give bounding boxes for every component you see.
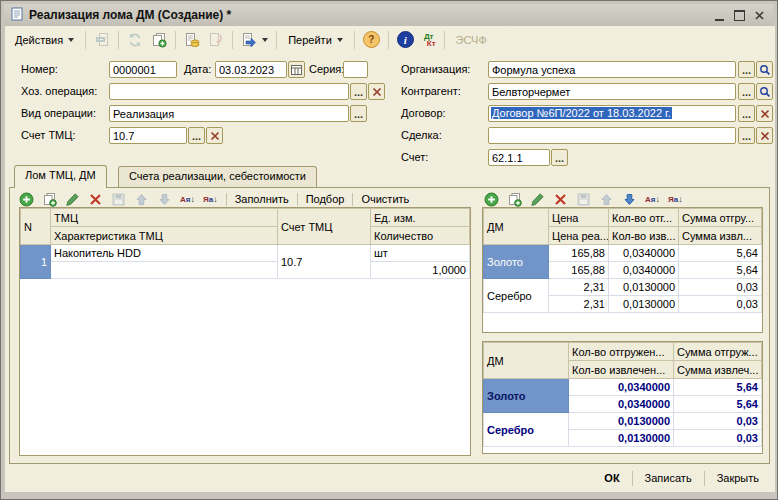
help-button[interactable]: ? bbox=[360, 28, 383, 51]
goto-menu-button[interactable]: Перейти bbox=[282, 30, 349, 50]
characteristic-cell[interactable] bbox=[51, 262, 278, 279]
qty-cell[interactable]: 0,0130000 bbox=[609, 279, 679, 296]
dm-cell[interactable]: Серебро bbox=[484, 279, 549, 313]
end-edit-button[interactable] bbox=[574, 192, 593, 207]
business-operation-select-button[interactable]: ... bbox=[350, 83, 367, 100]
qty-cell[interactable]: 0,0130000 bbox=[569, 430, 674, 447]
sum-cell[interactable]: 0,03 bbox=[679, 296, 762, 313]
organization-input[interactable] bbox=[488, 61, 736, 78]
add-row-button[interactable] bbox=[482, 192, 501, 207]
delete-row-button[interactable] bbox=[86, 192, 105, 207]
price-cell[interactable]: 2,31 bbox=[549, 279, 609, 296]
col-header-dm: ДМ bbox=[484, 343, 569, 379]
number-input[interactable] bbox=[109, 61, 177, 78]
save-document-button[interactable] bbox=[91, 29, 113, 51]
copy-document-button[interactable] bbox=[148, 29, 170, 51]
dm-cell[interactable]: Золото bbox=[484, 379, 569, 413]
deal-select-button[interactable]: ... bbox=[738, 127, 755, 144]
tmc-account-clear-button[interactable] bbox=[206, 127, 223, 144]
row-number-cell[interactable]: 1 bbox=[21, 245, 51, 279]
copy-row-button[interactable] bbox=[505, 192, 524, 207]
quantity-cell[interactable]: 1,0000 bbox=[371, 262, 470, 279]
add-row-button[interactable] bbox=[17, 192, 36, 207]
contract-clear-button[interactable] bbox=[756, 105, 773, 122]
contract-select-button[interactable]: ... bbox=[738, 105, 755, 122]
actions-menu-button[interactable]: Действия bbox=[9, 30, 80, 50]
deal-input[interactable] bbox=[488, 127, 736, 144]
qty-cell[interactable]: 0,0340000 bbox=[609, 262, 679, 279]
close-form-button[interactable]: Закрыть bbox=[707, 469, 769, 487]
ok-button[interactable]: ОК bbox=[594, 469, 629, 487]
minimize-button[interactable] bbox=[710, 7, 728, 23]
business-operation-input[interactable] bbox=[109, 83, 349, 100]
move-up-button[interactable] bbox=[597, 192, 616, 207]
tab-lom-tmc-dm[interactable]: Лом ТМЦ, ДМ bbox=[14, 165, 107, 188]
date-input[interactable] bbox=[215, 61, 287, 78]
tab-accounts-cost[interactable]: Счета реализации, себестоимости bbox=[118, 166, 317, 187]
sum-cell[interactable]: 5,64 bbox=[674, 396, 762, 413]
operation-kind-select-button[interactable]: ... bbox=[350, 105, 367, 122]
edit-row-button[interactable] bbox=[528, 192, 547, 207]
dtkt-postings-button[interactable]: Дт Кт bbox=[419, 30, 439, 50]
contract-input[interactable]: Договор №6П/2022 от 18.03.2022 г. bbox=[488, 105, 736, 122]
operation-kind-input[interactable] bbox=[109, 105, 349, 122]
tmc-account-cell[interactable]: 10.7 bbox=[278, 245, 371, 279]
copy-row-button[interactable] bbox=[40, 192, 59, 207]
account-select-button[interactable]: ... bbox=[551, 149, 568, 166]
unpost-document-button[interactable] bbox=[205, 29, 227, 51]
price-cell[interactable]: 165,88 bbox=[549, 245, 609, 262]
sum-cell[interactable]: 5,64 bbox=[674, 379, 762, 396]
sum-cell[interactable]: 0,03 bbox=[674, 430, 762, 447]
sort-desc-button[interactable]: Яа↓ bbox=[666, 194, 685, 204]
tmc-account-select-button[interactable]: ... bbox=[188, 127, 205, 144]
edit-row-button[interactable] bbox=[63, 192, 82, 207]
eschf-button[interactable]: ЭСЧФ bbox=[450, 30, 493, 50]
calendar-button[interactable] bbox=[288, 61, 305, 78]
pick-button[interactable]: Подбор bbox=[304, 193, 347, 205]
qty-cell[interactable]: 0,0130000 bbox=[569, 413, 674, 430]
move-down-button[interactable] bbox=[155, 192, 174, 207]
post-document-button[interactable] bbox=[181, 29, 203, 51]
dm-cell[interactable]: Серебро bbox=[484, 413, 569, 447]
qty-cell[interactable]: 0,0130000 bbox=[609, 296, 679, 313]
sort-desc-button[interactable]: Яа↓ bbox=[201, 194, 220, 204]
close-button[interactable] bbox=[750, 7, 768, 23]
tmc-cell[interactable]: Накопитель HDD bbox=[51, 245, 278, 262]
unit-cell[interactable]: шт bbox=[371, 245, 470, 262]
save-button[interactable]: Записать bbox=[635, 469, 702, 487]
tmc-account-input[interactable] bbox=[109, 127, 187, 144]
qty-cell[interactable]: 0,0340000 bbox=[569, 379, 674, 396]
organization-lookup-button[interactable] bbox=[756, 61, 773, 78]
counterparty-select-button[interactable]: ... bbox=[738, 83, 755, 100]
sum-cell[interactable]: 0,03 bbox=[674, 413, 762, 430]
sum-cell[interactable]: 5,64 bbox=[679, 262, 762, 279]
dm-header-row: ДМ Цена Кол-во отг... Сумма отгру... bbox=[484, 209, 762, 227]
delete-row-button[interactable] bbox=[551, 192, 570, 207]
sum-cell[interactable]: 5,64 bbox=[679, 245, 762, 262]
business-operation-clear-button[interactable] bbox=[368, 83, 385, 100]
move-up-button[interactable] bbox=[132, 192, 151, 207]
maximize-button[interactable] bbox=[730, 7, 748, 23]
print-output-button[interactable] bbox=[238, 29, 271, 51]
account-input[interactable] bbox=[488, 149, 550, 166]
qty-cell[interactable]: 0,0340000 bbox=[569, 396, 674, 413]
sort-asc-button[interactable]: Ая↓ bbox=[178, 194, 197, 204]
clear-button[interactable]: Очистить bbox=[359, 193, 411, 205]
deal-clear-button[interactable] bbox=[756, 127, 773, 144]
sort-asc-button[interactable]: Ая↓ bbox=[643, 194, 662, 204]
organization-select-button[interactable]: ... bbox=[738, 61, 755, 78]
dm-cell[interactable]: Золото bbox=[484, 245, 549, 279]
info-button[interactable]: i bbox=[394, 28, 417, 51]
price-cell[interactable]: 2,31 bbox=[549, 296, 609, 313]
qty-cell[interactable]: 0,0340000 bbox=[609, 245, 679, 262]
end-edit-button[interactable] bbox=[109, 192, 128, 207]
refresh-button[interactable] bbox=[124, 29, 146, 51]
counterparty-lookup-button[interactable] bbox=[756, 83, 773, 100]
fill-button[interactable]: Заполнить bbox=[233, 193, 291, 205]
sum-cell[interactable]: 0,03 bbox=[679, 279, 762, 296]
price-cell[interactable]: 165,88 bbox=[549, 262, 609, 279]
series-input[interactable] bbox=[343, 61, 368, 78]
counterparty-input[interactable] bbox=[488, 83, 736, 100]
toolbar-separator bbox=[388, 31, 389, 49]
move-down-button[interactable] bbox=[620, 192, 639, 207]
